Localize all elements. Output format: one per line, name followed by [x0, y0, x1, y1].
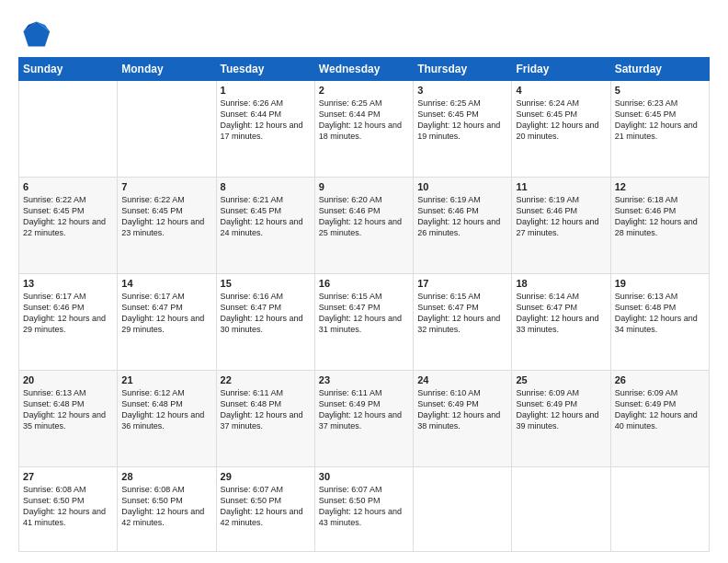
calendar-day-cell: 22Sunrise: 6:11 AM Sunset: 6:48 PM Dayli…	[216, 370, 314, 466]
day-info: Sunrise: 6:22 AM Sunset: 6:45 PM Dayligh…	[23, 194, 113, 239]
calendar-empty-cell	[19, 81, 118, 178]
calendar-day-cell: 13Sunrise: 6:17 AM Sunset: 6:46 PM Dayli…	[19, 273, 118, 370]
day-info: Sunrise: 6:20 AM Sunset: 6:46 PM Dayligh…	[319, 194, 409, 239]
day-number: 30	[319, 471, 409, 482]
day-number: 28	[121, 471, 211, 482]
calendar-day-cell: 16Sunrise: 6:15 AM Sunset: 6:47 PM Dayli…	[314, 273, 413, 370]
day-number: 29	[221, 471, 311, 482]
day-info: Sunrise: 6:13 AM Sunset: 6:48 PM Dayligh…	[615, 291, 705, 336]
calendar-day-cell: 6Sunrise: 6:22 AM Sunset: 6:45 PM Daylig…	[19, 177, 118, 273]
day-number: 20	[23, 374, 113, 385]
weekday-header-sunday: Sunday	[19, 58, 118, 81]
day-info: Sunrise: 6:17 AM Sunset: 6:47 PM Dayligh…	[121, 291, 211, 336]
calendar-day-cell: 25Sunrise: 6:09 AM Sunset: 6:49 PM Dayli…	[512, 370, 610, 466]
calendar-day-cell: 14Sunrise: 6:17 AM Sunset: 6:47 PM Dayli…	[118, 273, 216, 370]
calendar-week-row: 6Sunrise: 6:22 AM Sunset: 6:45 PM Daylig…	[19, 177, 710, 273]
calendar-day-cell: 18Sunrise: 6:14 AM Sunset: 6:47 PM Dayli…	[512, 273, 610, 370]
day-info: Sunrise: 6:09 AM Sunset: 6:49 PM Dayligh…	[615, 387, 705, 432]
day-number: 27	[23, 471, 113, 482]
day-number: 21	[121, 374, 211, 385]
svg-marker-0	[23, 21, 50, 46]
day-number: 23	[319, 374, 409, 385]
page: SundayMondayTuesdayWednesdayThursdayFrid…	[0, 0, 728, 563]
calendar-day-cell: 28Sunrise: 6:08 AM Sunset: 6:50 PM Dayli…	[118, 466, 216, 551]
calendar-day-cell: 21Sunrise: 6:12 AM Sunset: 6:48 PM Dayli…	[118, 370, 216, 466]
calendar-day-cell: 29Sunrise: 6:07 AM Sunset: 6:50 PM Dayli…	[216, 466, 314, 551]
calendar-empty-cell	[512, 466, 610, 551]
calendar-day-cell: 26Sunrise: 6:09 AM Sunset: 6:49 PM Dayli…	[610, 370, 709, 466]
calendar-day-cell: 15Sunrise: 6:16 AM Sunset: 6:47 PM Dayli…	[216, 273, 314, 370]
day-info: Sunrise: 6:13 AM Sunset: 6:48 PM Dayligh…	[23, 387, 113, 432]
calendar-empty-cell	[414, 466, 512, 551]
calendar-day-cell: 2Sunrise: 6:25 AM Sunset: 6:44 PM Daylig…	[314, 81, 413, 178]
logo-icon	[18, 17, 51, 50]
day-number: 4	[516, 85, 606, 96]
day-info: Sunrise: 6:26 AM Sunset: 6:44 PM Dayligh…	[221, 98, 311, 143]
day-number: 16	[319, 278, 409, 289]
day-number: 22	[221, 374, 311, 385]
day-number: 7	[121, 181, 211, 192]
calendar-day-cell: 20Sunrise: 6:13 AM Sunset: 6:48 PM Dayli…	[19, 370, 118, 466]
day-number: 17	[417, 278, 507, 289]
calendar-day-cell: 19Sunrise: 6:13 AM Sunset: 6:48 PM Dayli…	[610, 273, 709, 370]
weekday-header-friday: Friday	[512, 58, 610, 81]
day-info: Sunrise: 6:15 AM Sunset: 6:47 PM Dayligh…	[417, 291, 507, 336]
day-number: 19	[615, 278, 705, 289]
day-number: 12	[615, 181, 705, 192]
day-number: 13	[23, 278, 113, 289]
calendar-day-cell: 10Sunrise: 6:19 AM Sunset: 6:46 PM Dayli…	[414, 177, 512, 273]
calendar-day-cell: 3Sunrise: 6:25 AM Sunset: 6:45 PM Daylig…	[414, 81, 512, 178]
calendar-week-row: 13Sunrise: 6:17 AM Sunset: 6:46 PM Dayli…	[19, 273, 710, 370]
calendar-empty-cell	[610, 466, 709, 551]
day-number: 10	[417, 181, 507, 192]
day-info: Sunrise: 6:09 AM Sunset: 6:49 PM Dayligh…	[516, 387, 606, 432]
day-info: Sunrise: 6:25 AM Sunset: 6:44 PM Dayligh…	[319, 98, 409, 143]
day-info: Sunrise: 6:16 AM Sunset: 6:47 PM Dayligh…	[221, 291, 311, 336]
day-info: Sunrise: 6:21 AM Sunset: 6:45 PM Dayligh…	[221, 194, 311, 239]
calendar-week-row: 27Sunrise: 6:08 AM Sunset: 6:50 PM Dayli…	[19, 466, 710, 551]
weekday-header-tuesday: Tuesday	[216, 58, 314, 81]
calendar-week-row: 1Sunrise: 6:26 AM Sunset: 6:44 PM Daylig…	[19, 81, 710, 178]
day-number: 11	[516, 181, 606, 192]
day-number: 14	[121, 278, 211, 289]
calendar-day-cell: 4Sunrise: 6:24 AM Sunset: 6:45 PM Daylig…	[512, 81, 610, 178]
day-info: Sunrise: 6:18 AM Sunset: 6:46 PM Dayligh…	[615, 194, 705, 239]
day-info: Sunrise: 6:11 AM Sunset: 6:49 PM Dayligh…	[319, 387, 409, 432]
day-info: Sunrise: 6:22 AM Sunset: 6:45 PM Dayligh…	[121, 194, 211, 239]
day-number: 9	[319, 181, 409, 192]
day-number: 6	[23, 181, 113, 192]
calendar-day-cell: 23Sunrise: 6:11 AM Sunset: 6:49 PM Dayli…	[314, 370, 413, 466]
day-info: Sunrise: 6:24 AM Sunset: 6:45 PM Dayligh…	[516, 98, 606, 143]
day-number: 5	[615, 85, 705, 96]
calendar-day-cell: 30Sunrise: 6:07 AM Sunset: 6:50 PM Dayli…	[314, 466, 413, 551]
header	[18, 17, 710, 50]
calendar-day-cell: 9Sunrise: 6:20 AM Sunset: 6:46 PM Daylig…	[314, 177, 413, 273]
weekday-header-thursday: Thursday	[414, 58, 512, 81]
day-info: Sunrise: 6:08 AM Sunset: 6:50 PM Dayligh…	[23, 484, 113, 529]
day-info: Sunrise: 6:08 AM Sunset: 6:50 PM Dayligh…	[121, 484, 211, 529]
weekday-header-row: SundayMondayTuesdayWednesdayThursdayFrid…	[19, 58, 710, 81]
weekday-header-wednesday: Wednesday	[314, 58, 413, 81]
calendar-day-cell: 24Sunrise: 6:10 AM Sunset: 6:49 PM Dayli…	[414, 370, 512, 466]
day-info: Sunrise: 6:14 AM Sunset: 6:47 PM Dayligh…	[516, 291, 606, 336]
day-info: Sunrise: 6:07 AM Sunset: 6:50 PM Dayligh…	[221, 484, 311, 529]
calendar-day-cell: 11Sunrise: 6:19 AM Sunset: 6:46 PM Dayli…	[512, 177, 610, 273]
day-number: 8	[221, 181, 311, 192]
calendar-day-cell: 12Sunrise: 6:18 AM Sunset: 6:46 PM Dayli…	[610, 177, 709, 273]
day-info: Sunrise: 6:12 AM Sunset: 6:48 PM Dayligh…	[121, 387, 211, 432]
day-number: 3	[417, 85, 507, 96]
calendar-day-cell: 7Sunrise: 6:22 AM Sunset: 6:45 PM Daylig…	[118, 177, 216, 273]
day-info: Sunrise: 6:25 AM Sunset: 6:45 PM Dayligh…	[417, 98, 507, 143]
calendar-empty-cell	[118, 81, 216, 178]
day-number: 1	[221, 85, 311, 96]
calendar-day-cell: 5Sunrise: 6:23 AM Sunset: 6:45 PM Daylig…	[610, 81, 709, 178]
day-number: 18	[516, 278, 606, 289]
day-info: Sunrise: 6:19 AM Sunset: 6:46 PM Dayligh…	[516, 194, 606, 239]
day-info: Sunrise: 6:10 AM Sunset: 6:49 PM Dayligh…	[417, 387, 507, 432]
calendar-day-cell: 1Sunrise: 6:26 AM Sunset: 6:44 PM Daylig…	[216, 81, 314, 178]
day-number: 26	[615, 374, 705, 385]
day-number: 24	[417, 374, 507, 385]
calendar-day-cell: 17Sunrise: 6:15 AM Sunset: 6:47 PM Dayli…	[414, 273, 512, 370]
day-number: 25	[516, 374, 606, 385]
weekday-header-saturday: Saturday	[610, 58, 709, 81]
